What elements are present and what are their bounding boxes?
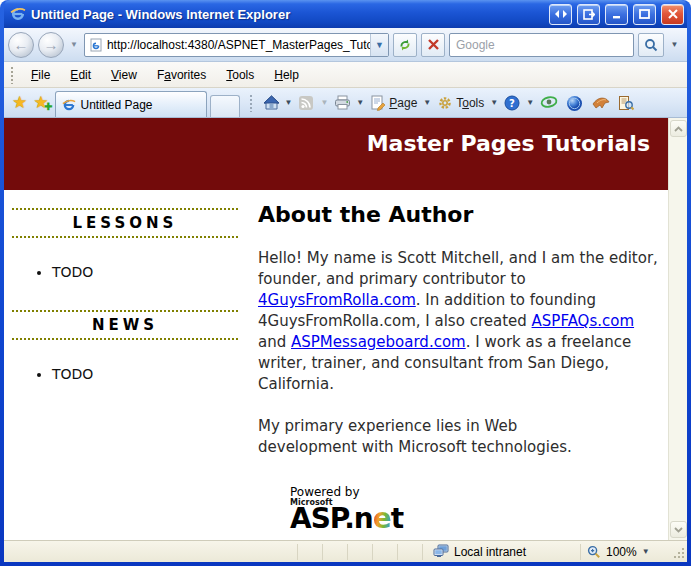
- page-dropdown[interactable]: ▼: [423, 98, 431, 107]
- browser-viewport: Master Pages Tutorials LESSONS TODO NEWS…: [4, 118, 687, 540]
- printer-icon: [334, 95, 350, 111]
- resize-grip[interactable]: [672, 544, 686, 560]
- tools-button[interactable]: Tools: [433, 92, 488, 114]
- tab-command-bar: ★ ★✚ Untitled Page: [4, 88, 687, 118]
- lessons-item-todo: TODO: [52, 264, 246, 280]
- forward-button[interactable]: →: [38, 32, 64, 58]
- page-favicon-icon: [89, 38, 103, 52]
- zoom-control[interactable]: 100% ▼: [580, 544, 672, 560]
- minimize-button[interactable]: [605, 4, 628, 25]
- aspnet-brand-text: ASP.net: [290, 506, 662, 532]
- plus-icon: ✚: [44, 102, 52, 112]
- new-tab-button[interactable]: [210, 95, 240, 117]
- local-intranet-icon: [433, 544, 449, 560]
- pan-arrows-button[interactable]: [549, 4, 572, 25]
- page-button[interactable]: Page: [366, 92, 421, 114]
- home-button[interactable]: [259, 92, 283, 114]
- search-button[interactable]: [638, 33, 664, 57]
- refresh-button[interactable]: [393, 33, 417, 57]
- sidebar: LESSONS TODO NEWS TODO: [4, 190, 246, 532]
- zoom-magnifier-icon: [587, 545, 601, 559]
- site-title: Master Pages Tutorials: [367, 131, 650, 156]
- tools-dropdown[interactable]: ▼: [490, 98, 498, 107]
- site-banner: Master Pages Tutorials: [4, 118, 668, 190]
- search-input[interactable]: [450, 38, 633, 52]
- menu-file[interactable]: File: [21, 64, 60, 86]
- close-button[interactable]: [661, 4, 684, 25]
- scroll-down-button[interactable]: [670, 521, 687, 538]
- command-bar: ▼ ▼: [246, 88, 684, 117]
- menu-tools[interactable]: Tools: [216, 64, 264, 86]
- menu-bar: File Edit View Favorites Tools Help: [4, 62, 687, 88]
- p2-line2: development with Microsoft technologies.: [258, 437, 662, 458]
- help-button[interactable]: ?: [500, 92, 524, 114]
- feeds-button[interactable]: [294, 92, 318, 114]
- addon-bird-button[interactable]: [588, 92, 612, 114]
- orange-bird-icon: [592, 95, 608, 111]
- tab-title: Untitled Page: [81, 98, 153, 112]
- search-options-dropdown[interactable]: ▼: [668, 40, 681, 49]
- news-item-todo: TODO: [52, 366, 246, 382]
- favorites-center-button[interactable]: ★: [12, 94, 27, 111]
- addon-green-swoosh-button[interactable]: [536, 92, 560, 114]
- status-segment: [297, 544, 322, 560]
- title-bar: Untitled Page - Windows Internet Explore…: [4, 0, 687, 28]
- article-paragraph-2: My primary experience lies in Web develo…: [258, 416, 662, 458]
- address-bar[interactable]: ▼: [84, 33, 389, 57]
- article-heading: About the Author: [258, 202, 662, 227]
- scroll-up-button[interactable]: [670, 120, 687, 137]
- feeds-dropdown[interactable]: ▼: [320, 98, 328, 107]
- vertical-scrollbar[interactable]: [668, 118, 687, 540]
- stop-button[interactable]: [421, 33, 445, 57]
- back-button[interactable]: ←: [8, 32, 34, 58]
- research-icon: [618, 95, 634, 111]
- security-zone-pane: Local intranet: [422, 544, 580, 560]
- menu-view[interactable]: View: [101, 64, 147, 86]
- help-dropdown[interactable]: ▼: [526, 98, 534, 107]
- add-favorite-button[interactable]: ★✚: [33, 94, 48, 111]
- menu-help[interactable]: Help: [264, 64, 309, 86]
- status-bar: Local intranet 100% ▼: [4, 540, 687, 562]
- news-list: TODO: [52, 366, 246, 382]
- powered-by-text: Powered by: [290, 485, 662, 499]
- aspnet-logo-e: e: [373, 502, 391, 535]
- maximize-button[interactable]: [633, 4, 656, 25]
- addon-blue-globe-button[interactable]: [562, 92, 586, 114]
- page-button-label: Page: [389, 96, 417, 110]
- commandbar-grip[interactable]: [249, 94, 254, 112]
- link-4guysfromrolla[interactable]: 4GuysFromRolla.com: [258, 291, 416, 309]
- lessons-list: TODO: [52, 264, 246, 280]
- address-dropdown-chevron[interactable]: ▼: [370, 34, 388, 56]
- window-title: Untitled Page - Windows Internet Explore…: [31, 7, 544, 22]
- recent-pages-dropdown[interactable]: ▼: [68, 40, 80, 49]
- link-aspfaqs[interactable]: ASPFAQs.com: [532, 312, 635, 330]
- blue-globe-icon: [566, 95, 582, 111]
- security-zone-label: Local intranet: [454, 545, 526, 559]
- status-segment: [372, 544, 397, 560]
- status-segment: [322, 544, 347, 560]
- print-dropdown[interactable]: ▼: [356, 98, 364, 107]
- addon-research-button[interactable]: [614, 92, 638, 114]
- tab-untitled-page[interactable]: Untitled Page: [55, 91, 207, 117]
- search-box[interactable]: [449, 33, 634, 57]
- menubar-grip[interactable]: [10, 66, 15, 84]
- web-page: Master Pages Tutorials LESSONS TODO NEWS…: [4, 118, 668, 540]
- home-icon: [263, 95, 279, 111]
- article: About the Author Hello! My name is Scott…: [246, 190, 668, 532]
- home-dropdown[interactable]: ▼: [285, 98, 293, 107]
- green-swoosh-icon: [540, 95, 556, 111]
- svg-text:?: ?: [509, 97, 515, 108]
- menu-edit[interactable]: Edit: [60, 64, 101, 86]
- status-segment: [347, 544, 372, 560]
- link-aspmessageboard[interactable]: ASPMessageboard.com: [291, 333, 466, 351]
- zoom-dropdown[interactable]: ▼: [642, 547, 650, 556]
- aspnet-logo: Powered by Microsoft ASP.net: [290, 485, 662, 532]
- help-icon: ?: [504, 95, 520, 111]
- popout-window-button[interactable]: [577, 4, 600, 25]
- menu-favorites[interactable]: Favorites: [147, 64, 216, 86]
- rss-feeds-icon: [298, 95, 314, 111]
- navigation-bar: ← → ▼ ▼: [4, 28, 687, 62]
- address-input[interactable]: [103, 38, 370, 52]
- print-button[interactable]: [330, 92, 354, 114]
- article-paragraph-1: Hello! My name is Scott Mitchell, and I …: [258, 248, 662, 395]
